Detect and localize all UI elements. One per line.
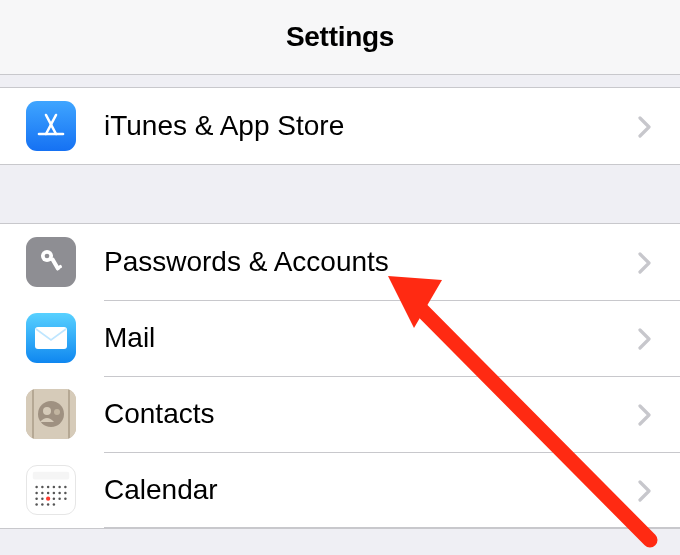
svg-point-27 (35, 497, 37, 499)
svg-point-22 (41, 492, 43, 494)
settings-group-2: Passwords & Accounts Mail (0, 223, 680, 529)
svg-point-21 (35, 492, 37, 494)
svg-point-34 (47, 503, 49, 505)
key-icon (26, 237, 76, 287)
row-label: Mail (104, 322, 638, 354)
svg-point-19 (58, 486, 60, 488)
row-contacts[interactable]: Contacts (0, 376, 680, 452)
svg-point-32 (35, 503, 37, 505)
row-label: Passwords & Accounts (104, 246, 638, 278)
row-separator (104, 527, 680, 528)
row-calendar[interactable]: Calendar (0, 452, 680, 528)
chevron-right-icon (638, 116, 658, 136)
chevron-right-icon (638, 480, 658, 500)
svg-point-4 (45, 254, 50, 259)
svg-point-36 (46, 497, 50, 501)
row-label: Contacts (104, 398, 638, 430)
svg-point-33 (41, 503, 43, 505)
mail-icon (26, 313, 76, 363)
settings-header: Settings (0, 0, 680, 75)
svg-rect-7 (35, 327, 67, 349)
chevron-right-icon (638, 404, 658, 424)
svg-rect-9 (32, 389, 34, 439)
svg-point-18 (53, 486, 55, 488)
svg-point-16 (41, 486, 43, 488)
svg-rect-14 (33, 472, 69, 480)
svg-point-31 (64, 497, 66, 499)
svg-point-28 (41, 497, 43, 499)
row-label: Calendar (104, 474, 638, 506)
svg-point-12 (43, 407, 51, 415)
svg-point-35 (53, 503, 55, 505)
svg-point-23 (47, 492, 49, 494)
row-passwords-accounts[interactable]: Passwords & Accounts (0, 224, 680, 300)
svg-point-29 (53, 497, 55, 499)
svg-rect-10 (68, 389, 70, 439)
row-mail[interactable]: Mail (0, 300, 680, 376)
svg-point-26 (64, 492, 66, 494)
calendar-icon (26, 465, 76, 515)
page-title: Settings (286, 21, 394, 53)
chevron-right-icon (638, 252, 658, 272)
app-store-icon (26, 101, 76, 151)
svg-point-15 (35, 486, 37, 488)
svg-point-24 (53, 492, 55, 494)
svg-point-20 (64, 486, 66, 488)
chevron-right-icon (638, 328, 658, 348)
svg-point-17 (47, 486, 49, 488)
svg-point-13 (54, 409, 60, 415)
settings-group-1: iTunes & App Store (0, 87, 680, 165)
row-itunes-app-store[interactable]: iTunes & App Store (0, 88, 680, 164)
contacts-icon (26, 389, 76, 439)
svg-point-25 (58, 492, 60, 494)
svg-point-30 (58, 497, 60, 499)
row-label: iTunes & App Store (104, 110, 638, 142)
svg-point-11 (38, 401, 64, 427)
